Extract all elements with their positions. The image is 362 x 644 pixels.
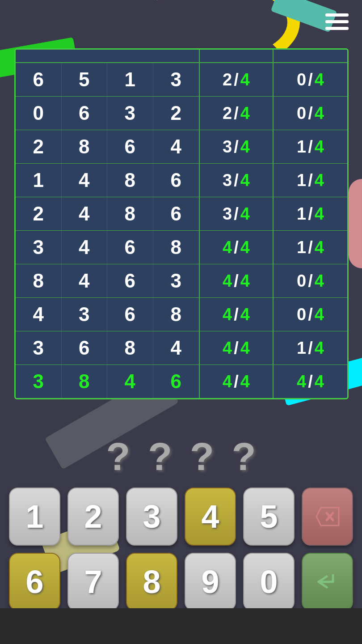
correct-num-value: 4 xyxy=(223,339,232,358)
bottom-bar xyxy=(0,608,362,644)
table-header xyxy=(16,50,347,63)
guess-digit: 4 xyxy=(62,231,108,264)
guess-digit: 2 xyxy=(153,97,199,130)
guess-digit: 2 xyxy=(16,130,62,163)
numpad-button-7[interactable]: 7 xyxy=(67,553,119,611)
correct-pos-value: 1 xyxy=(297,339,306,358)
guess-digit: 8 xyxy=(107,164,153,197)
question-mark-3: ? xyxy=(190,434,214,479)
total-num-value: 4 xyxy=(240,137,250,157)
numpad-button-4[interactable]: 4 xyxy=(185,487,236,546)
slash: / xyxy=(308,171,313,190)
slash: / xyxy=(234,238,239,257)
guess-cells: 4368 xyxy=(16,298,200,331)
numpad-button-9[interactable]: 9 xyxy=(185,553,236,611)
header-your-guess xyxy=(16,50,200,62)
total-pos-value: 4 xyxy=(315,339,324,358)
enter-icon xyxy=(314,568,341,595)
table-row: 28643 / 41 / 4 xyxy=(16,130,347,164)
guess-digit: 3 xyxy=(153,63,199,96)
delete-button[interactable] xyxy=(302,487,353,546)
correct-num-value: 4 xyxy=(223,305,232,324)
guess-digit: 1 xyxy=(107,63,153,96)
slash: / xyxy=(234,339,239,358)
guess-digit: 4 xyxy=(62,264,108,297)
guess-digit: 0 xyxy=(16,97,62,130)
correct-positions-score: 1 / 4 xyxy=(274,164,347,197)
numpad-button-6[interactable]: 6 xyxy=(9,553,60,611)
guess-digit: 4 xyxy=(107,365,153,398)
slash: / xyxy=(308,305,313,324)
table-row: 43684 / 40 / 4 xyxy=(16,298,347,331)
guess-cells: 2864 xyxy=(16,130,200,163)
table-row: 84634 / 40 / 4 xyxy=(16,264,347,298)
slash: / xyxy=(234,305,239,324)
guess-cells: 3684 xyxy=(16,331,200,364)
guess-digit: 4 xyxy=(153,130,199,163)
slash: / xyxy=(234,171,239,190)
total-num-value: 4 xyxy=(240,271,250,291)
correct-num-value: 4 xyxy=(223,238,232,257)
table-row: 36844 / 41 / 4 xyxy=(16,331,347,365)
numpad-button-2[interactable]: 2 xyxy=(67,487,119,546)
guess-digit: 6 xyxy=(153,365,199,398)
slash: / xyxy=(308,238,313,257)
guess-cells: 6513 xyxy=(16,63,200,96)
guess-digit: 8 xyxy=(107,197,153,230)
guess-cells: 0632 xyxy=(16,97,200,130)
slash: / xyxy=(308,70,313,89)
hamburger-line-3 xyxy=(325,27,349,30)
correct-positions-score: 0 / 4 xyxy=(274,298,347,331)
bg-pink-person xyxy=(349,179,362,268)
slash: / xyxy=(308,137,313,157)
guess-digit: 4 xyxy=(62,164,108,197)
correct-positions-score: 0 / 4 xyxy=(274,97,347,130)
correct-num-value: 3 xyxy=(223,137,232,157)
total-num-value: 4 xyxy=(240,204,250,224)
total-num-value: 4 xyxy=(240,339,250,358)
total-pos-value: 4 xyxy=(315,137,324,157)
numpad-button-5[interactable]: 5 xyxy=(243,487,295,546)
guess-digit: 6 xyxy=(107,130,153,163)
hamburger-line-2 xyxy=(325,20,349,23)
guess-cells: 8463 xyxy=(16,264,200,297)
correct-positions-score: 1 / 4 xyxy=(274,331,347,364)
game-table: 65132 / 40 / 406322 / 40 / 428643 / 41 /… xyxy=(14,48,349,399)
guess-digit: 6 xyxy=(107,264,153,297)
guess-digit: 3 xyxy=(62,298,108,331)
numpad-button-0[interactable]: 0 xyxy=(243,553,295,611)
correct-num-value: 2 xyxy=(223,70,232,89)
slash: / xyxy=(308,339,313,358)
correct-pos-value: 0 xyxy=(297,70,306,89)
guess-digit: 2 xyxy=(16,197,62,230)
correct-num-value: 3 xyxy=(223,204,232,224)
hamburger-menu[interactable] xyxy=(325,13,349,30)
correct-positions-score: 1 / 4 xyxy=(274,130,347,163)
correct-pos-value: 1 xyxy=(297,238,306,257)
total-num-value: 4 xyxy=(240,104,250,123)
guess-digit: 3 xyxy=(16,331,62,364)
total-num-value: 4 xyxy=(240,238,250,257)
slash: / xyxy=(234,104,239,123)
numpad-row-1: 12345 xyxy=(9,487,353,546)
correct-num-value: 4 xyxy=(223,271,232,291)
enter-button[interactable] xyxy=(302,553,353,611)
question-mark-1: ? xyxy=(106,434,130,479)
correct-numbers-score: 3 / 4 xyxy=(200,164,274,197)
total-pos-value: 4 xyxy=(315,238,324,257)
numpad-button-1[interactable]: 1 xyxy=(9,487,60,546)
correct-numbers-score: 4 / 4 xyxy=(200,331,274,364)
correct-positions-score: 0 / 4 xyxy=(274,264,347,297)
correct-positions-score: 4 / 4 xyxy=(274,365,347,398)
numpad-button-8[interactable]: 8 xyxy=(126,553,177,611)
correct-positions-score: 0 / 4 xyxy=(274,63,347,96)
numpad-button-3[interactable]: 3 xyxy=(126,487,177,546)
guess-cells: 3468 xyxy=(16,231,200,264)
correct-positions-score: 1 / 4 xyxy=(274,197,347,230)
slash: / xyxy=(234,70,239,89)
total-pos-value: 4 xyxy=(315,271,324,291)
correct-pos-value: 4 xyxy=(297,372,306,391)
guess-digit: 6 xyxy=(62,97,108,130)
question-mark-4: ? xyxy=(232,434,256,479)
guess-digit: 8 xyxy=(107,331,153,364)
